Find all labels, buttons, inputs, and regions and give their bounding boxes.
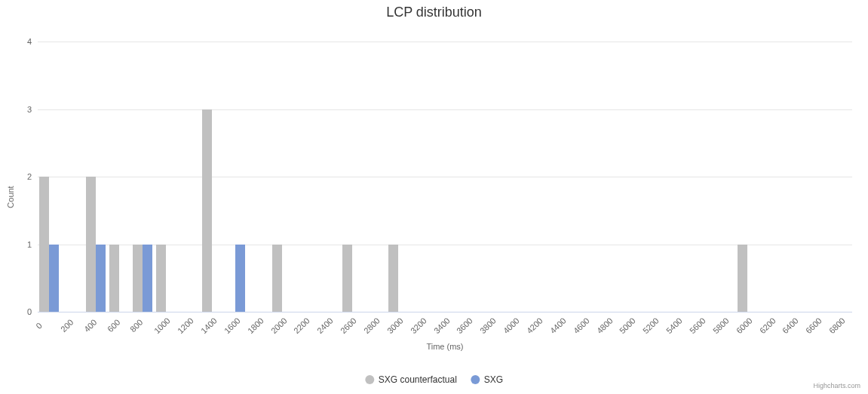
bar-group: [202, 42, 222, 312]
x-tick-label: 3800: [478, 316, 498, 335]
bar-sxg-counterfactual[interactable]: [109, 245, 119, 312]
bar-group: [738, 42, 757, 312]
bar-sxg-counterfactual[interactable]: [39, 177, 49, 312]
bar-group: [482, 42, 501, 312]
bar-group: [365, 42, 385, 312]
bar-group: [505, 42, 525, 312]
legend-swatch-icon: [365, 375, 374, 384]
bar-sxg-counterfactual[interactable]: [202, 109, 212, 312]
bar-group: [133, 42, 152, 312]
x-tick-label: 1400: [199, 316, 219, 335]
bar-group: [249, 42, 268, 312]
x-tick-label: 3000: [385, 316, 405, 335]
bar-sxg-counterfactual[interactable]: [86, 177, 96, 312]
x-tick-label: 200: [59, 318, 75, 334]
bar-group: [761, 42, 781, 312]
bar-sxg-counterfactual[interactable]: [133, 245, 143, 312]
x-tick-label: 5200: [641, 316, 661, 335]
lcp-distribution-chart: LCP distribution Count Time (ms) 0123402…: [0, 0, 868, 394]
x-tick-label: 3200: [409, 316, 428, 335]
bar-group: [831, 42, 851, 312]
x-tick-label: 4200: [525, 316, 544, 335]
legend-label: SXG: [484, 374, 503, 385]
x-axis-line: [38, 312, 852, 312]
bar-group: [109, 42, 129, 312]
legend-item-sxg[interactable]: SXG: [471, 374, 503, 385]
y-tick-label: 1: [17, 240, 38, 249]
bar-group: [691, 42, 710, 312]
bar-sxg-counterfactual[interactable]: [738, 245, 747, 312]
bar-group: [63, 42, 82, 312]
y-tick-label: 3: [17, 105, 38, 114]
bar-group: [319, 42, 339, 312]
x-tick-label: 3600: [455, 316, 474, 335]
bar-group: [39, 42, 59, 312]
bar-sxg-counterfactual[interactable]: [342, 245, 352, 312]
x-tick-label: 400: [82, 318, 98, 334]
x-tick-label: 4000: [501, 316, 521, 335]
x-tick-label: 2800: [362, 316, 382, 335]
x-tick-label: 4400: [548, 316, 568, 335]
x-tick-label: 1200: [176, 316, 195, 335]
bar-group: [296, 42, 315, 312]
bar-sxg-counterfactual[interactable]: [156, 245, 166, 312]
x-tick-label: 5800: [711, 316, 731, 335]
bar-group: [551, 42, 571, 312]
x-tick-label: 5600: [688, 316, 707, 335]
bar-sxg[interactable]: [96, 245, 106, 312]
bar-sxg[interactable]: [143, 245, 152, 312]
x-axis-title: Time (ms): [426, 342, 463, 351]
bar-group: [225, 42, 245, 312]
bar-group: [156, 42, 176, 312]
bar-group: [645, 42, 664, 312]
y-tick-label: 2: [17, 172, 38, 181]
legend-item-sxg-counterfactual[interactable]: SXG counterfactual: [365, 374, 457, 385]
bar-group: [714, 42, 734, 312]
bar-group: [412, 42, 431, 312]
bar-group: [459, 42, 478, 312]
x-tick-label: 6800: [827, 316, 847, 335]
x-tick-label: 0: [34, 321, 44, 331]
x-tick-label: 2000: [268, 316, 288, 335]
x-tick-label: 2600: [339, 316, 358, 335]
x-tick-label: 4600: [572, 316, 591, 335]
bar-sxg[interactable]: [49, 245, 59, 312]
plot-area: Time (ms) 012340200400600800100012001400…: [38, 42, 852, 312]
legend-label: SXG counterfactual: [379, 374, 457, 385]
bar-group: [575, 42, 594, 312]
chart-credits-link[interactable]: Highcharts.com: [813, 382, 860, 389]
y-axis-title: Count: [6, 186, 15, 208]
x-tick-label: 1800: [246, 316, 265, 335]
bar-group: [784, 42, 804, 312]
y-tick-label: 4: [17, 37, 38, 46]
bar-group: [598, 42, 618, 312]
bar-group: [621, 42, 641, 312]
bar-group: [528, 42, 547, 312]
x-tick-label: 6600: [804, 316, 824, 335]
x-tick-label: 5000: [618, 316, 637, 335]
x-tick-label: 4800: [594, 316, 614, 335]
x-tick-label: 800: [128, 318, 144, 334]
y-tick-label: 0: [17, 307, 38, 316]
legend-swatch-icon: [471, 375, 480, 384]
x-tick-label: 3400: [431, 316, 451, 335]
x-tick-label: 6200: [757, 316, 777, 335]
bar-sxg-counterfactual[interactable]: [272, 245, 282, 312]
chart-legend: SXG counterfactual SXG: [365, 374, 503, 385]
x-tick-label: 6400: [781, 316, 800, 335]
bar-group: [668, 42, 688, 312]
chart-title: LCP distribution: [0, 5, 868, 20]
x-tick-label: 2200: [292, 316, 311, 335]
bar-sxg[interactable]: [235, 245, 245, 312]
bar-group: [808, 42, 827, 312]
bar-group: [388, 42, 408, 312]
bar-group: [435, 42, 455, 312]
bar-sxg-counterfactual[interactable]: [388, 245, 398, 312]
bar-group: [342, 42, 362, 312]
x-tick-label: 1600: [222, 316, 242, 335]
x-tick-label: 600: [106, 318, 121, 334]
x-tick-label: 5400: [664, 316, 684, 335]
x-tick-label: 6000: [735, 316, 754, 335]
x-tick-label: 1000: [152, 316, 172, 335]
bar-group: [179, 42, 199, 312]
